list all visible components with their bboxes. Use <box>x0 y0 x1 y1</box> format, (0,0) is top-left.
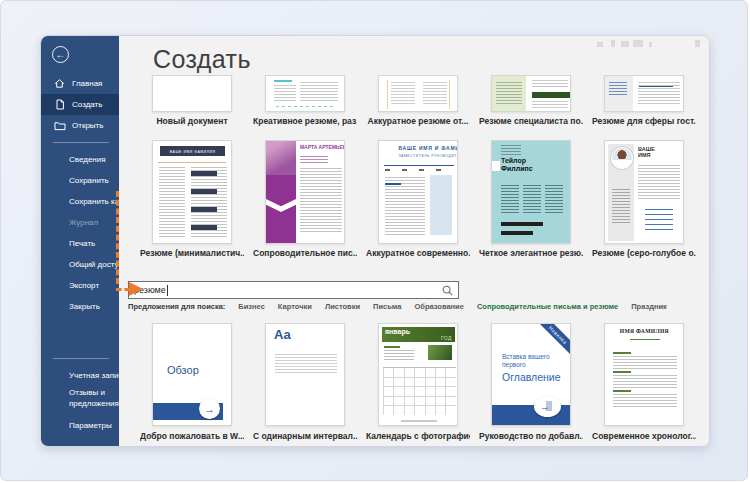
template-label: Руководство по добавл... <box>479 431 583 441</box>
sidebar-padding <box>41 436 119 446</box>
template-label: Резюме специалиста по... <box>479 116 583 126</box>
template-thumbnail-single-spaced[interactable]: Аа <box>265 323 345 426</box>
create-page: Создать Новый документ Креативное резюме… <box>119 36 709 446</box>
template-label: Новый документ <box>140 116 244 126</box>
template-thumbnail-cover-letter[interactable]: МАРТА АРТЕМЬЕВА <box>265 140 345 244</box>
template-label: Резюме (минималистич... <box>140 248 244 258</box>
search-icon[interactable] <box>442 285 453 296</box>
template-thumbnail-modern-resume[interactable]: ВАШЕ ИМЯ И ФАМИЛИЯ ЗАМЕСТИТЕЛЬ РУКОВОДИТ… <box>378 140 458 244</box>
preview-name: ВАШЕ ИМЯ И ФАМИЛИЯ <box>399 145 438 151</box>
template-label: Сопроводительное пис... <box>253 248 357 258</box>
preview-header: ВАШЕ ИМЯ ФАМИЛИЯ <box>160 146 225 156</box>
sidebar-divider <box>53 142 109 143</box>
sidebar-item-export[interactable]: Экспорт <box>41 275 119 296</box>
search-suggestions: Предложения для поиска: Бизнес Карточки … <box>128 302 667 311</box>
suggestion-link-business[interactable]: Бизнес <box>238 302 265 311</box>
template-thumbnail-new-document[interactable] <box>152 75 232 112</box>
template-thumbnail-elegant-resume[interactable]: Тейлор Филлипс <box>491 140 571 244</box>
sidebar-item-info[interactable]: Сведения <box>41 149 119 170</box>
template-thumbnail-neat-resume[interactable] <box>378 75 458 112</box>
calendar-year: ГОД <box>441 335 452 341</box>
sidebar-item-open[interactable]: Открыть <box>41 115 119 136</box>
template-label: Современное хронолог... <box>592 431 696 441</box>
template-label: Аккуратное резюме от... <box>366 116 470 126</box>
suggestion-link-flyers[interactable]: Листовки <box>325 302 360 311</box>
template-label: Резюме (серо-голубое о... <box>592 248 696 258</box>
preview-name: ВАШЕ ИМЯ ФАМИЛИЯ <box>170 149 216 153</box>
template-thumbnail-creative-resume[interactable] <box>265 75 345 112</box>
sidebar-item-account[interactable]: Учетная запись <box>41 365 119 386</box>
preview-subtitle: ЗАМЕСТИТЕЛЬ РУКОВОДИТЕЛЯ <box>399 154 438 158</box>
home-icon <box>53 78 66 89</box>
sidebar-item-label: Главная <box>72 79 102 88</box>
template-thumbnail-photo-calendar[interactable]: январь ГОД <box>378 323 458 426</box>
suggestion-link-cards[interactable]: Карточки <box>278 302 312 311</box>
sidebar-item-feedback[interactable]: Отзывы и предложения <box>41 388 115 409</box>
suggestion-link-holiday[interactable]: Праздник <box>631 302 667 311</box>
sidebar-item-share[interactable]: Общий доступ <box>41 254 119 275</box>
template-label: С одинарным интервал... <box>253 431 357 441</box>
annotation-arrowhead <box>129 282 143 296</box>
sidebar-divider <box>53 358 109 359</box>
open-folder-icon <box>53 121 66 131</box>
sidebar-item-create[interactable]: Создать <box>41 94 119 115</box>
template-row-2: ВАШЕ ИМЯ ФАМИЛИЯ Резюме (минималистич...… <box>119 140 710 262</box>
suggestion-link-education[interactable]: Образование <box>414 302 463 311</box>
annotation-arrow-line-horizontal <box>116 288 130 291</box>
template-label: Креативное резюме, раз... <box>253 116 357 126</box>
template-row-3: Обзор Добро пожаловать в W... Аа С одина… <box>119 323 710 443</box>
preview-name: МАРТА АРТЕМЬЕВА <box>300 145 345 151</box>
calendar-month: январь <box>385 328 410 335</box>
preview-name: ВАШЕ ИМЯ <box>638 146 660 158</box>
template-thumbnail-welcome-word[interactable]: Обзор <box>152 323 232 426</box>
calendar-header: январь ГОД <box>382 327 455 342</box>
template-thumbnail-toc-guide[interactable]: Новинка Вставка вашего первого Оглавлени… <box>491 323 571 426</box>
sidebar-item-home[interactable]: Главная <box>41 73 119 94</box>
template-label: Резюме для сферы гост... <box>592 116 696 126</box>
template-label: Четкое элегантное резю... <box>479 248 583 258</box>
preview-line1: Вставка вашего первого <box>502 353 554 370</box>
cropped-text-artifact <box>597 40 701 48</box>
preview-line2: Оглавление <box>502 371 561 383</box>
sidebar-item-options[interactable]: Параметры <box>41 415 119 436</box>
template-label: Добро пожаловать в W... <box>140 431 244 441</box>
sidebar-item-print[interactable]: Печать <box>41 233 119 254</box>
template-thumbnail-specialist-resume[interactable] <box>491 75 571 112</box>
preview-name: ИМЯ ФАМИЛИЯ <box>620 328 668 334</box>
preview-name: Тейлор Филлипс <box>501 157 549 173</box>
sidebar-item-label: Создать <box>72 100 102 109</box>
annotation-arrow-line-vertical <box>116 191 119 284</box>
sidebar: ← Главная Создать Открыть <box>41 36 119 446</box>
template-thumbnail-hospitality-resume[interactable] <box>604 75 684 112</box>
sidebar-item-label: Открыть <box>72 121 103 130</box>
template-label: Календарь с фотографией <box>366 431 470 441</box>
suggestions-label: Предложения для поиска: <box>128 302 225 311</box>
back-button[interactable]: ← <box>52 46 69 63</box>
back-arrow-icon: ← <box>56 50 66 60</box>
template-thumbnail-minimalist-resume[interactable]: ВАШЕ ИМЯ ФАМИЛИЯ <box>152 140 232 244</box>
template-thumbnail-modern-chronological[interactable]: ИМЯ ФАМИЛИЯ <box>604 323 684 426</box>
sidebar-item-history: Журнал <box>41 212 119 233</box>
sidebar-item-save-as[interactable]: Сохранить как <box>41 191 119 212</box>
sidebar-spacer <box>41 317 119 352</box>
template-thumbnail-gray-blue-resume[interactable]: ВАШЕ ИМЯ <box>604 140 684 244</box>
sidebar-item-save[interactable]: Сохранить <box>41 170 119 191</box>
sidebar-item-close[interactable]: Закрыть <box>41 296 119 317</box>
screenshot-canvas: ← Главная Создать Открыть <box>0 0 748 481</box>
new-document-icon <box>53 99 66 110</box>
suggestion-link-letters[interactable]: Письма <box>373 302 401 311</box>
text-cursor <box>167 285 168 296</box>
template-row-1: Новый документ Креативное резюме, раз...… <box>119 75 710 127</box>
word-backstage-window: ← Главная Создать Открыть <box>40 35 710 447</box>
preview-text: Аа <box>274 327 291 342</box>
template-label: Аккуратное современно... <box>366 248 470 258</box>
search-input[interactable]: резюме <box>128 281 459 299</box>
preview-text: Обзор <box>167 364 199 376</box>
page-title: Создать <box>153 45 251 74</box>
suggestion-link-cover-letters-resumes[interactable]: Сопроводительные письма и резюме <box>477 302 618 311</box>
